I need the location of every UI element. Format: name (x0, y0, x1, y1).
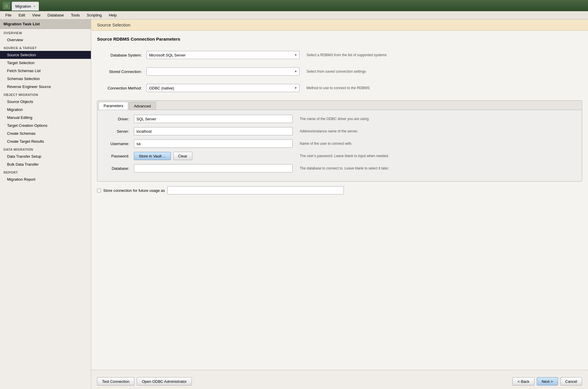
content-header: Source Selection (91, 19, 588, 31)
stored-connection-hint: Select from saved connection settings (307, 69, 366, 74)
server-input-wrap (134, 127, 293, 135)
database-system-select[interactable]: Microsoft SQL Server (146, 51, 299, 59)
test-connection-button[interactable]: Test Connection (97, 377, 134, 385)
content-footer: Test Connection Open ODBC Administrator … (91, 370, 588, 389)
driver-input-wrap (134, 115, 293, 123)
database-system-hint: Select a RDBMS from the list of supporte… (307, 53, 387, 58)
menu-tools[interactable]: Tools (68, 12, 83, 18)
database-input-wrap (134, 164, 293, 172)
sidebar-item-schemas-selection[interactable]: Schemas Selection (0, 75, 91, 83)
connection-method-label: Connection Method: (97, 86, 144, 90)
tabs-container: Parameters Advanced Driver: The name of … (97, 100, 582, 182)
tab-label: Migration (15, 4, 31, 9)
menu-view[interactable]: View (29, 12, 43, 18)
menu-file[interactable]: File (2, 12, 14, 18)
store-in-vault-button[interactable]: Store in Vault ... (134, 152, 171, 160)
sidebar-item-migration-report[interactable]: Migration Report (0, 175, 91, 183)
open-odbc-button[interactable]: Open ODBC Administrator (137, 377, 191, 385)
menu-bar: File Edit View Database Tools Scripting … (0, 11, 588, 19)
sidebar-item-data-transfer-setup[interactable]: Data Transfer Setup (0, 152, 91, 160)
driver-label: Driver: (102, 117, 131, 121)
menu-edit[interactable]: Edit (16, 12, 28, 18)
sidebar-item-migration[interactable]: Migration (0, 106, 91, 114)
username-input[interactable] (134, 139, 293, 148)
sidebar-item-create-target-results[interactable]: Create Target Results (0, 137, 91, 145)
username-label: Username: (102, 142, 131, 146)
connection-method-select[interactable]: ODBC (native) (146, 84, 299, 92)
database-input[interactable] (134, 164, 293, 172)
menu-database[interactable]: Database (44, 12, 67, 18)
tab-parameters[interactable]: Parameters (99, 102, 128, 110)
password-row: Password: Store in Vault ... Clear The u… (102, 152, 577, 160)
driver-row: Driver: The name of the ODBC driver you … (102, 115, 577, 123)
sidebar-item-manual-editing[interactable]: Manual Editing (0, 114, 91, 122)
connection-method-wrapper: ODBC (native) (146, 84, 299, 92)
stored-connection-select[interactable] (146, 67, 299, 76)
sidebar-item-target-creation-options[interactable]: Target Creation Options (0, 122, 91, 129)
stored-connection-row: Stored Connection: Select from saved con… (97, 67, 582, 76)
menu-scripting[interactable]: Scripting (84, 12, 105, 18)
bottom-buttons-right: < Back Next > Cancel (512, 377, 582, 385)
next-button[interactable]: Next > (537, 377, 558, 385)
database-label: Database: (102, 166, 131, 171)
home-button[interactable]: ⌂ (2, 1, 11, 10)
database-system-wrapper: Microsoft SQL Server (146, 51, 299, 59)
driver-hint: The name of the ODBC driver you are usin… (300, 117, 369, 122)
database-system-label: Database System: (97, 53, 144, 57)
sidebar-section-source-target: SOURCE & TARGET (0, 44, 91, 51)
menu-help[interactable]: Help (106, 12, 120, 18)
stored-connection-wrapper (146, 67, 299, 76)
sidebar-item-create-schemas[interactable]: Create Schemas (0, 129, 91, 137)
section-title: Source RDBMS Connection Parameters (97, 36, 582, 41)
title-bar: ⌂ Migration × (0, 0, 588, 11)
server-label: Server: (102, 129, 131, 134)
main-layout: Migration Task List OVERVIEW Overview SO… (0, 19, 588, 389)
password-hint: The user's password. Leave blank to inpu… (300, 154, 389, 159)
connection-method-hint: Method to use to connect to the RDBMS (307, 86, 370, 91)
tabs-header: Parameters Advanced (97, 101, 582, 110)
sidebar-item-source-objects[interactable]: Source Objects (0, 98, 91, 106)
sidebar-item-overview[interactable]: Overview (0, 36, 91, 44)
cancel-button[interactable]: Cancel (560, 377, 582, 385)
content-body: Source RDBMS Connection Parameters Datab… (91, 31, 588, 370)
store-connection-label: Store connection for future usage as (103, 188, 165, 193)
sidebar-section-report: REPORT (0, 168, 91, 175)
store-connection-checkbox[interactable] (97, 189, 101, 192)
stored-connection-label: Stored Connection: (97, 69, 144, 74)
sidebar-section-data-migration: DATA MIGRATION (0, 145, 91, 152)
database-system-row: Database System: Microsoft SQL Server Se… (97, 51, 582, 59)
sidebar-item-fetch-schemas[interactable]: Fetch Schemas List (0, 67, 91, 75)
bottom-buttons-left: Test Connection Open ODBC Administrator (97, 377, 192, 385)
password-label: Password: (102, 154, 131, 158)
username-input-wrap (134, 139, 293, 148)
bottom-buttons-row: Test Connection Open ODBC Administrator … (97, 377, 582, 385)
clear-password-button[interactable]: Clear (173, 152, 192, 160)
server-row: Server: Address\instance name of the ser… (102, 127, 577, 135)
content-area: Source Selection Source RDBMS Connection… (91, 19, 588, 389)
tab-advanced[interactable]: Advanced (129, 102, 156, 110)
database-row: Database: The database to connect to. Le… (102, 164, 577, 172)
server-input[interactable] (134, 127, 293, 135)
username-hint: Name of the user to connect with. (300, 141, 352, 146)
database-hint: The database to connect to. Leave blank … (300, 166, 389, 171)
username-row: Username: Name of the user to connect wi… (102, 139, 577, 148)
store-connection-name-input[interactable] (167, 186, 344, 194)
sidebar-item-reverse-engineer[interactable]: Reverse Engineer Source (0, 83, 91, 91)
sidebar-section-object-migration: OBJECT MIGRATION (0, 91, 91, 98)
sidebar-item-bulk-data-transfer[interactable]: Bulk Data Transfer (0, 160, 91, 168)
password-input-wrap: Store in Vault ... Clear (134, 152, 293, 160)
sidebar: Migration Task List OVERVIEW Overview SO… (0, 19, 91, 389)
sidebar-item-source-selection[interactable]: Source Selection (0, 51, 91, 59)
server-hint: Address\instance name of the server. (300, 129, 358, 134)
sidebar-section-overview: OVERVIEW (0, 29, 91, 36)
store-connection-row: Store connection for future usage as (97, 186, 582, 194)
connection-method-row: Connection Method: ODBC (native) Method … (97, 84, 582, 92)
sidebar-header: Migration Task List (0, 19, 91, 29)
tabs-body-parameters: Driver: The name of the ODBC driver you … (97, 110, 582, 181)
migration-tab[interactable]: Migration × (12, 2, 39, 11)
driver-input[interactable] (134, 115, 293, 123)
sidebar-item-target-selection[interactable]: Target Selection (0, 59, 91, 67)
tab-close-button[interactable]: × (33, 4, 35, 8)
back-button[interactable]: < Back (512, 377, 534, 385)
